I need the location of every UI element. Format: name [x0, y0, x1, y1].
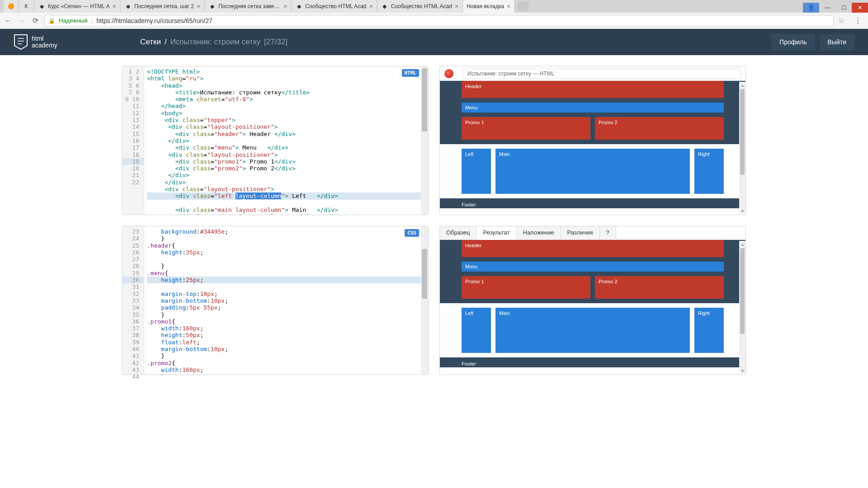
forward-button[interactable]: → — [17, 16, 26, 25]
layout-demo: Header Menu Promo 1 Promo 2 Left Main Ri… — [440, 240, 745, 367]
browser-menu-icon[interactable]: ⋮ — [852, 16, 864, 25]
tab-strip: 🟠 К ◆ Курс «Сетки» — HTML А × ◆ Последня… — [4, 0, 803, 13]
close-icon[interactable]: × — [369, 3, 373, 10]
preview-browser-bar: Испытание: строим сетку — HTML — [440, 66, 745, 81]
window-close-button[interactable]: ✕ — [852, 3, 868, 13]
site-header: htmlacademy Сетки / Испытание: строим се… — [0, 29, 868, 55]
tab-diff[interactable]: Различия — [561, 226, 600, 239]
scroll-up-icon[interactable]: ▴ — [739, 241, 745, 247]
preview-body-result[interactable]: Header Menu Promo 1 Promo 2 Left Main Ri… — [440, 81, 745, 215]
demo-menu: Menu — [462, 103, 724, 113]
breadcrumb: Сетки / Испытание: строим сетку [27/32] — [140, 38, 767, 47]
back-button[interactable]: ← — [4, 16, 13, 25]
demo-promo2: Promo 2 — [595, 276, 724, 299]
demo-header: Header — [462, 240, 724, 257]
minimize-button[interactable]: — — [819, 3, 835, 13]
demo-promo1: Promo 1 — [462, 117, 590, 140]
html-editor[interactable]: HTML 1 2 3 4 5 6 7 8 9 10 11 12 13 14 15… — [122, 66, 429, 215]
demo-menu: Menu — [462, 262, 724, 272]
tab-result[interactable]: Результат — [476, 226, 516, 240]
preview-title: Испытание: строим сетку — HTML — [462, 69, 741, 79]
htmlacademy-icon: ◆ — [208, 3, 216, 10]
bookmark-icon[interactable]: ☆ — [838, 16, 844, 25]
lock-icon: 🔒 — [48, 18, 55, 24]
scrollbar[interactable] — [421, 226, 428, 375]
close-icon[interactable]: × — [283, 3, 287, 10]
browser-tab[interactable]: Новая вкладка × — [463, 0, 514, 13]
browser-tab[interactable]: ◆ Сообщество HTML Acad × — [292, 0, 376, 13]
demo-promo2: Promo 2 — [595, 117, 724, 140]
maximize-button[interactable]: ☐ — [835, 3, 852, 13]
browser-tab[interactable]: 🟠 — [4, 0, 18, 13]
browser-tab[interactable]: ◆ Курс «Сетки» — HTML А × — [34, 0, 120, 13]
close-icon[interactable]: × — [197, 3, 200, 10]
breadcrumb-task: Испытание: строим сетку — [170, 38, 260, 47]
preview-scrollbar[interactable]: ▴ ▾ — [739, 241, 745, 374]
browser-tab[interactable]: К — [19, 0, 33, 13]
htmlacademy-icon: ◆ — [381, 3, 388, 10]
close-icon[interactable]: × — [455, 3, 458, 10]
tab-title: Сообщество HTML Acad — [391, 3, 452, 9]
demo-main: Main — [495, 149, 690, 194]
tab-title: Новая вкладка — [467, 3, 504, 9]
tab-title: Последняя сетка, шаг 2 — [134, 3, 194, 9]
tab-overlay[interactable]: Наложение — [517, 226, 561, 239]
reload-button[interactable]: ⟳ — [31, 16, 40, 25]
close-icon[interactable]: × — [113, 3, 116, 10]
favicon-icon: 🟠 — [7, 3, 14, 10]
close-icon[interactable]: × — [507, 3, 510, 10]
browser-tab[interactable]: ◆ Сообщество HTML Acad × — [377, 0, 462, 13]
html-code[interactable]: <!DOCTYPE html> <html lang="ru"> <head> … — [144, 66, 428, 215]
htmlacademy-icon: ◆ — [124, 3, 132, 10]
demo-main: Main — [495, 308, 690, 353]
scroll-down-icon[interactable]: ▾ — [739, 367, 745, 374]
preview-tabs: Образец Результат Наложение Различия ? — [440, 226, 745, 240]
profile-button[interactable]: Профиль — [771, 34, 815, 50]
css-gutter: 23 24 25 26 27 28 29 30 31 32 33 34 35 3… — [123, 226, 144, 375]
tab-sample[interactable]: Образец — [440, 226, 476, 239]
demo-right: Right — [694, 308, 724, 353]
browser-tab[interactable]: ◆ Последняя сетка, шаг 2 × — [121, 0, 204, 13]
scroll-down-icon[interactable]: ▾ — [739, 207, 745, 214]
html-gutter: 1 2 3 4 5 6 7 8 9 10 11 12 13 14 15 16 1… — [123, 66, 144, 215]
browser-tab[interactable]: ◆ Последняя сетка заверш × — [205, 0, 291, 13]
demo-left: Left — [462, 308, 491, 353]
scroll-up-icon[interactable]: ▴ — [739, 82, 745, 88]
demo-promo1: Promo 1 — [462, 276, 590, 299]
favicon-icon: К — [23, 3, 30, 10]
breadcrumb-counter: [27/32] — [264, 38, 288, 47]
user-icon[interactable]: 👤 — [803, 3, 819, 13]
scrollbar[interactable] — [421, 66, 428, 215]
tab-title: Последняя сетка заверш — [218, 3, 281, 9]
new-tab-button[interactable] — [518, 2, 528, 11]
layout-demo: Header Menu Promo 1 Promo 2 Left Main Ri… — [440, 81, 745, 208]
preview-body-sample[interactable]: Header Menu Promo 1 Promo 2 Left Main Ri… — [440, 240, 745, 375]
logo[interactable]: htmlacademy — [14, 34, 140, 50]
htmlacademy-icon: ◆ — [295, 3, 302, 10]
url-separator: | — [91, 17, 93, 24]
htmlacademy-icon: ◆ — [38, 3, 45, 10]
result-preview: Испытание: строим сетку — HTML Header Me… — [439, 66, 746, 215]
page-content: htmlacademy Сетки / Испытание: строим се… — [0, 29, 868, 488]
html-badge: HTML — [402, 69, 420, 77]
logout-button[interactable]: Выйти — [820, 34, 854, 50]
breadcrumb-separator: / — [165, 38, 167, 47]
css-editor[interactable]: CSS 23 24 25 26 27 28 29 30 31 32 33 34 … — [122, 226, 429, 375]
shield-icon — [14, 34, 28, 50]
opera-icon — [444, 69, 453, 78]
demo-footer: Footer — [462, 360, 724, 367]
url-input[interactable]: 🔒 Надежный | https://htmlacademy.ru/cour… — [44, 15, 834, 27]
css-code[interactable]: background:#34495e; } .header{ height:35… — [144, 226, 428, 375]
demo-right: Right — [694, 149, 724, 194]
browser-titlebar: 🟠 К ◆ Курс «Сетки» — HTML А × ◆ Последня… — [0, 0, 868, 13]
demo-header: Header — [462, 81, 724, 98]
preview-scrollbar[interactable]: ▴ ▾ — [739, 82, 745, 214]
css-badge: CSS — [405, 229, 419, 237]
address-bar: ← → ⟳ 🔒 Надежный | https://htmlacademy.r… — [0, 13, 868, 29]
demo-left: Left — [462, 149, 491, 194]
sample-preview: Образец Результат Наложение Различия ? H… — [439, 226, 746, 375]
breadcrumb-course[interactable]: Сетки — [140, 38, 161, 47]
logo-text: htmlacademy — [32, 35, 57, 49]
tab-title: Сообщество HTML Acad — [305, 3, 366, 9]
tab-help[interactable]: ? — [600, 226, 616, 239]
